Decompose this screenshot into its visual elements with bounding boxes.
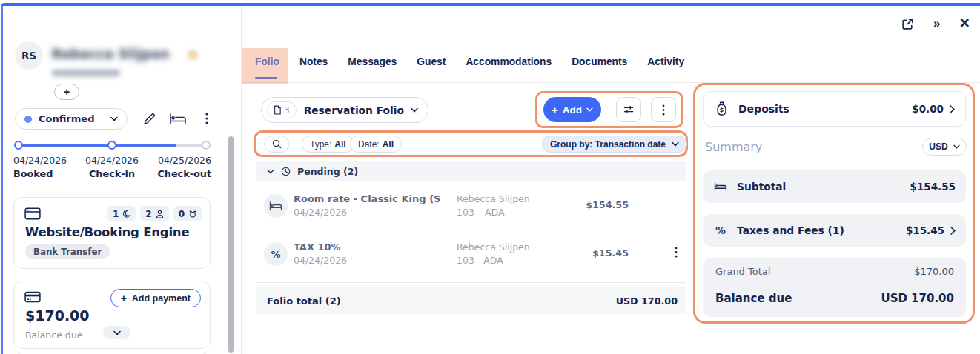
svg-text:$: $ [720, 107, 724, 113]
timeline-dot-checkin [107, 141, 116, 150]
close-button[interactable]: × [960, 15, 970, 32]
tab-guest[interactable]: Guest [417, 56, 446, 67]
transaction-row[interactable]: % TAX 10% 04/24/2026 Rebecca Slijpen 103… [256, 231, 686, 277]
add-payment-button[interactable]: + Add payment [110, 289, 201, 307]
type-filter-prefix: Type: [310, 139, 331, 150]
booked-label: Booked [13, 168, 67, 179]
taxes-fees-card[interactable]: % Taxes and Fees (1) $15.45 [703, 214, 966, 247]
transaction-guest: Rebecca Slijpen [457, 193, 530, 204]
pet-icon [188, 210, 197, 218]
currency-label: USD [929, 141, 947, 152]
pending-group-header[interactable]: Pending (2) [256, 161, 686, 181]
folio-selector-dropdown[interactable]: 3 Reservation Folio [261, 97, 428, 123]
transaction-row[interactable]: Room rate - Classic King (Special… 04/24… [256, 183, 686, 229]
payment-method-chip: Bank Transfer [25, 244, 110, 259]
moon-icon [122, 210, 130, 218]
add-tag-button[interactable]: + [54, 84, 79, 100]
chevron-down-icon [113, 330, 121, 335]
folio-count-badge: 3 [267, 101, 297, 118]
drawer-left-border [1, 4, 3, 354]
kebab-icon [675, 247, 678, 258]
folio-total-amount: USD 170.00 [616, 295, 678, 307]
filter-settings-button[interactable] [616, 97, 641, 122]
browser-window-icon [24, 207, 41, 220]
reservation-more-menu[interactable] [205, 113, 208, 124]
plus-icon: + [64, 86, 70, 98]
tab-notes[interactable]: Notes [299, 56, 328, 67]
guest-subtitle-blurred [52, 70, 120, 76]
taxes-amount: $15.45 [906, 224, 944, 236]
room-assignment-button[interactable] [169, 113, 187, 124]
timeline-dot-checkout [202, 141, 211, 150]
sidebar-scrollbar[interactable] [228, 136, 234, 353]
folio-total-bar: Folio total (2) USD 170.00 [256, 287, 686, 314]
footer-divider [256, 282, 686, 283]
pending-group-label: Pending (2) [297, 166, 358, 177]
transaction-amount: $15.45 [568, 247, 629, 258]
balance-expand-button[interactable] [103, 326, 130, 339]
pets-badge: 0 [173, 206, 202, 221]
bed-icon [169, 113, 187, 124]
guests-count: 2 [145, 209, 151, 219]
checkout-label: Check-out [137, 168, 211, 179]
open-external-button[interactable] [901, 16, 914, 30]
guests-badge: 2 [140, 206, 168, 221]
currency-dropdown[interactable]: USD [922, 138, 967, 156]
grand-total-divider [715, 284, 954, 284]
pets-count: 0 [179, 209, 185, 219]
subtotal-card: Subtotal $154.55 [703, 170, 966, 203]
edit-reservation-button[interactable] [143, 112, 156, 125]
money-bag-icon: $ [715, 101, 729, 116]
chevron-down-icon [267, 169, 274, 174]
sliders-icon [623, 104, 635, 115]
filter-date-chip[interactable]: Date: All [350, 136, 402, 153]
tab-activity[interactable]: Activity [647, 56, 684, 67]
chevron-right-icon [950, 227, 956, 235]
tab-bar: Folio Notes Messages Guest Accommodation… [255, 56, 684, 67]
deposits-label: Deposits [738, 103, 789, 115]
add-transaction-button[interactable]: + Add [543, 97, 601, 122]
search-icon [272, 139, 282, 149]
transaction-more-menu[interactable] [675, 247, 678, 258]
grand-total-card: Grand Total $170.00 Balance due USD 170.… [703, 258, 966, 317]
deposits-card[interactable]: $ Deposits $0.00 [703, 91, 966, 127]
folio-selector-label: Reservation Folio [304, 104, 404, 116]
folio-count: 3 [284, 105, 290, 116]
tab-documents[interactable]: Documents [572, 56, 627, 67]
tab-accommodations[interactable]: Accommodations [466, 56, 552, 67]
transaction-amount: $154.55 [568, 199, 629, 210]
avatar: RS [15, 41, 43, 70]
subtotal-label: Subtotal [737, 181, 786, 193]
date-filter-value: All [383, 139, 394, 150]
timeline-dot-booked [14, 141, 23, 150]
folio-more-menu-button[interactable] [651, 97, 676, 122]
search-button[interactable] [264, 136, 289, 153]
kebab-icon [205, 113, 208, 124]
status-label: Confirmed [39, 113, 94, 124]
plus-icon: + [121, 293, 127, 304]
grand-total-amount: $170.00 [914, 266, 954, 277]
chevron-down-icon [110, 116, 118, 121]
chevron-right-icon [950, 105, 955, 113]
transaction-guest: Rebecca Slijpen [457, 241, 530, 253]
folio-total-label: Folio total (2) [267, 295, 341, 307]
booking-source-title: Website/Booking Engine [25, 225, 189, 239]
reservation-main: » × Folio Notes Messages Guest Accommoda… [242, 6, 980, 354]
balance-card: + Add payment $170.00 Balance due [13, 281, 211, 349]
tab-messages[interactable]: Messages [348, 56, 397, 67]
add-button-label: Add [563, 104, 582, 116]
transaction-title: Room rate - Classic King (Special… [294, 193, 440, 204]
transaction-room: 103 - ADA [457, 255, 503, 266]
group-by-dropdown[interactable]: Group by: Transaction date [542, 136, 687, 153]
date-filter-prefix: Date: [358, 139, 380, 150]
deposits-amount: $0.00 [912, 103, 944, 115]
reservation-drawer: RS Rebecca Slijpen + Confirmed 04/24/202… [0, 0, 980, 354]
status-dropdown[interactable]: Confirmed [15, 108, 128, 130]
plus-icon: + [552, 104, 558, 116]
booking-source-card: 1 2 0 Website/Booking Engine Bank Transf… [13, 197, 211, 269]
filter-type-chip[interactable]: Type: All [302, 136, 354, 153]
booked-date: 04/24/2026 [13, 155, 67, 166]
collapse-panel-button[interactable]: » [933, 16, 940, 31]
add-payment-label: Add payment [132, 293, 191, 304]
pencil-icon [143, 112, 156, 125]
